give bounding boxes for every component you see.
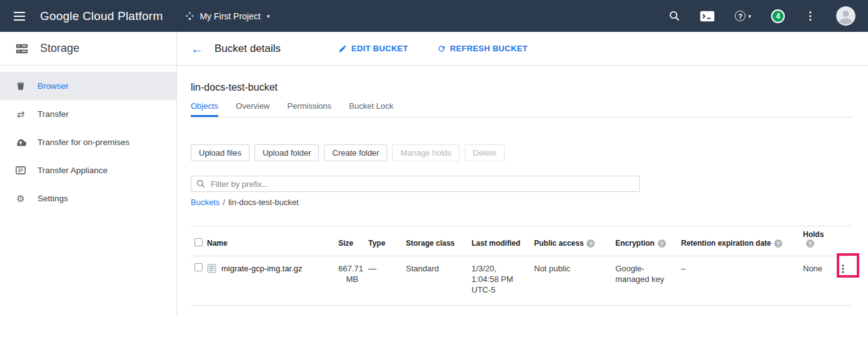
- project-icon: [185, 11, 194, 21]
- appliance-icon: [15, 166, 26, 174]
- search-icon: [196, 179, 205, 188]
- filter-input[interactable]: [209, 179, 634, 189]
- user-avatar[interactable]: [836, 6, 855, 26]
- help-icon[interactable]: ?: [658, 239, 666, 248]
- storage-product-icon: [15, 42, 29, 56]
- hamburger-menu-icon[interactable]: [14, 12, 26, 21]
- breadcrumb: Buckets/lin-docs-test-bucket: [191, 198, 852, 207]
- delete-button: Delete: [465, 144, 505, 161]
- help-menu-button[interactable]: ? ▾: [735, 11, 751, 21]
- refresh-bucket-button[interactable]: REFRESH BUCKET: [437, 44, 528, 53]
- column-header-size: Size: [338, 226, 368, 256]
- gcp-brand-logo[interactable]: Google Cloud Platform: [40, 9, 163, 23]
- cell-storage-class: Standard: [406, 256, 472, 306]
- cell-retention: –: [681, 256, 803, 306]
- bucket-name-heading: lin-docs-test-bucket: [191, 82, 852, 93]
- cell-size: 667.71 MB: [338, 256, 368, 306]
- sidebar-nav: Browser ⇄ Transfer Transfer for on-premi…: [0, 66, 176, 213]
- edit-bucket-label: EDIT BUCKET: [351, 44, 408, 53]
- project-name: My First Project: [199, 11, 260, 21]
- sidebar-item-label: Transfer: [38, 109, 69, 119]
- row-actions-menu-icon[interactable]: ⋮: [833, 263, 853, 274]
- edit-bucket-button[interactable]: EDIT BUCKET: [338, 44, 408, 53]
- tab-objects[interactable]: Objects: [191, 101, 218, 117]
- cloud-shell-icon[interactable]: [700, 11, 715, 22]
- objects-toolbar: Upload files Upload folder Create folder…: [191, 144, 852, 161]
- bucket-icon: [15, 81, 26, 91]
- column-header-last-modified: Last modified: [472, 226, 534, 256]
- column-header-holds: Holds?: [803, 226, 833, 256]
- row-checkbox[interactable]: [194, 263, 203, 271]
- column-header-type: Type: [368, 226, 406, 256]
- sidebar-item-label: Browser: [38, 81, 69, 91]
- sidebar-item-label: Transfer for on-premises: [38, 138, 129, 147]
- more-options-icon[interactable]: ⋮: [805, 9, 816, 23]
- transfer-arrows-icon: ⇄: [15, 109, 26, 120]
- sidebar-item-settings[interactable]: ⚙ Settings: [0, 184, 176, 213]
- breadcrumb-buckets-link[interactable]: Buckets: [191, 198, 220, 207]
- column-header-encryption: Encryption?: [615, 226, 681, 256]
- page-header: ← Bucket details EDIT BUCKET REFRESH BUC…: [177, 32, 868, 66]
- column-header-public-access: Public access?: [534, 226, 615, 256]
- sidebar-item-browser[interactable]: Browser: [0, 72, 176, 100]
- breadcrumb-current: lin-docs-test-bucket: [228, 198, 299, 207]
- column-header-name: Name: [207, 226, 338, 256]
- upload-folder-button[interactable]: Upload folder: [255, 144, 319, 161]
- search-icon[interactable]: [669, 11, 680, 21]
- help-icon[interactable]: ?: [774, 239, 782, 248]
- refresh-icon: [437, 44, 446, 53]
- refresh-bucket-label: REFRESH BUCKET: [450, 44, 528, 53]
- help-icon[interactable]: ?: [587, 239, 595, 248]
- tab-bucket-lock[interactable]: Bucket Lock: [349, 101, 393, 117]
- table-row: migrate-gcp-img.tar.gz 667.71 MB — Stand…: [191, 256, 852, 306]
- column-header-retention: Retention expiration date?: [681, 226, 803, 256]
- file-icon: [207, 263, 216, 273]
- sidebar-item-label: Settings: [38, 194, 68, 203]
- sidebar-item-transfer[interactable]: ⇄ Transfer: [0, 100, 176, 128]
- manage-holds-button: Manage holds: [392, 144, 460, 161]
- product-title: Storage: [40, 42, 79, 55]
- help-icon: ?: [735, 11, 745, 21]
- column-header-storage-class: Storage class: [406, 226, 472, 256]
- pencil-icon: [338, 44, 347, 53]
- notifications-badge[interactable]: 4: [771, 9, 785, 23]
- sidebar-item-transfer-appliance[interactable]: Transfer Appliance: [0, 156, 176, 184]
- breadcrumb-separator: /: [220, 198, 228, 207]
- table-header-row: Name Size Type Storage class Last modifi…: [191, 226, 852, 256]
- sidebar: Storage Browser ⇄ Transfer Transfer for …: [0, 32, 177, 316]
- upload-files-button[interactable]: Upload files: [191, 144, 250, 161]
- cell-type: —: [368, 256, 406, 306]
- objects-table: Name Size Type Storage class Last modifi…: [191, 226, 852, 306]
- page-title: Bucket details: [214, 43, 281, 55]
- select-all-checkbox[interactable]: [194, 238, 203, 246]
- chevron-down-icon: ▾: [748, 13, 751, 19]
- cell-encryption: Google-managed key: [615, 256, 681, 306]
- topbar: Google Cloud Platform My First Project ▾…: [0, 0, 868, 32]
- sidebar-header: Storage: [0, 32, 176, 66]
- sidebar-item-transfer-on-premises[interactable]: Transfer for on-premises: [0, 128, 176, 156]
- back-arrow-icon[interactable]: ←: [191, 43, 203, 55]
- cloud-upload-icon: [15, 138, 26, 146]
- sidebar-item-label: Transfer Appliance: [38, 166, 108, 175]
- project-selector[interactable]: My First Project ▾: [185, 11, 270, 21]
- chevron-down-icon: ▾: [267, 13, 270, 19]
- cell-object-name[interactable]: migrate-gcp-img.tar.gz: [221, 263, 302, 274]
- bucket-tabs: Objects Overview Permissions Bucket Lock: [191, 101, 852, 118]
- tab-overview[interactable]: Overview: [236, 101, 270, 117]
- main-content: ← Bucket details EDIT BUCKET REFRESH BUC…: [177, 32, 868, 316]
- tab-permissions[interactable]: Permissions: [287, 101, 331, 117]
- cell-last-modified: 1/3/20, 1:04:58 PM UTC-5: [472, 256, 534, 306]
- cell-holds: None: [803, 256, 833, 306]
- create-folder-button[interactable]: Create folder: [324, 144, 387, 161]
- gear-icon: ⚙: [15, 193, 26, 204]
- help-icon[interactable]: ?: [806, 239, 814, 248]
- cell-public-access: Not public: [534, 256, 615, 306]
- filter-by-prefix-box: [191, 176, 640, 192]
